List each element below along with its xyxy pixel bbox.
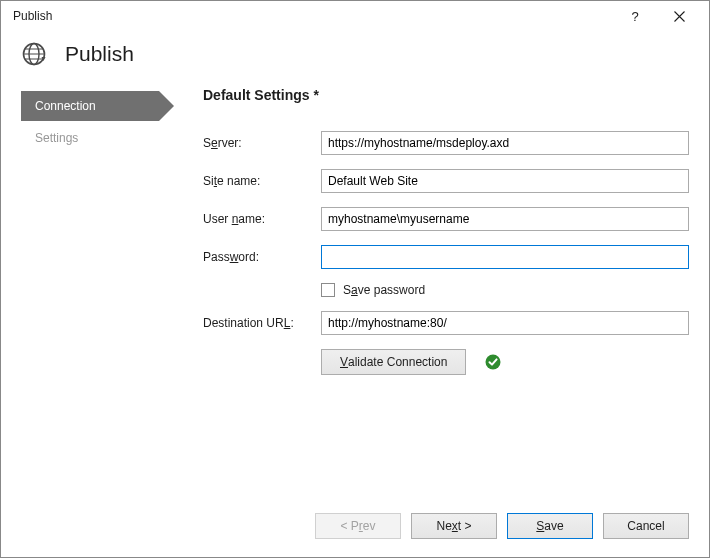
server-label: Server: [203, 136, 321, 150]
desturl-label: Destination URL: [203, 316, 321, 330]
row-desturl: Destination URL: [203, 311, 689, 335]
row-validate: Validate Connection [321, 349, 689, 375]
titlebar: Publish ? [1, 1, 709, 31]
step-settings[interactable]: Settings [21, 123, 183, 153]
step-label: Settings [35, 131, 78, 145]
row-password: Password: [203, 245, 689, 269]
window-title: Publish [9, 9, 52, 23]
validate-connection-button[interactable]: Validate Connection [321, 349, 466, 375]
next-button[interactable]: Next > [411, 513, 497, 539]
validation-success-icon [484, 353, 502, 371]
main-area: Connection Settings Default Settings * S… [1, 87, 709, 375]
row-username: User name: [203, 207, 689, 231]
close-button[interactable] [657, 1, 701, 31]
wizard-steps: Connection Settings [21, 87, 183, 375]
close-icon [674, 11, 685, 22]
cancel-button[interactable]: Cancel [603, 513, 689, 539]
step-label: Connection [35, 99, 96, 113]
form-panel: Default Settings * Server: Site name: Us… [183, 87, 689, 375]
row-sitename: Site name: [203, 169, 689, 193]
dialog-header: Publish [1, 31, 709, 87]
save-password-checkbox[interactable] [321, 283, 335, 297]
row-server: Server: [203, 131, 689, 155]
globe-icon [21, 41, 47, 67]
server-input[interactable] [321, 131, 689, 155]
row-save-password: Save password [321, 283, 689, 297]
username-label: User name: [203, 212, 321, 226]
page-heading: Default Settings * [203, 87, 689, 103]
desturl-input[interactable] [321, 311, 689, 335]
dialog-title: Publish [65, 42, 134, 66]
password-input[interactable] [321, 245, 689, 269]
footer-buttons: < Prev Next > Save Cancel [315, 513, 689, 539]
password-label: Password: [203, 250, 321, 264]
sitename-label: Site name: [203, 174, 321, 188]
save-password-label: Save password [343, 283, 425, 297]
save-button[interactable]: Save [507, 513, 593, 539]
step-connection[interactable]: Connection [21, 91, 159, 121]
prev-button: < Prev [315, 513, 401, 539]
username-input[interactable] [321, 207, 689, 231]
sitename-input[interactable] [321, 169, 689, 193]
help-button[interactable]: ? [613, 1, 657, 31]
